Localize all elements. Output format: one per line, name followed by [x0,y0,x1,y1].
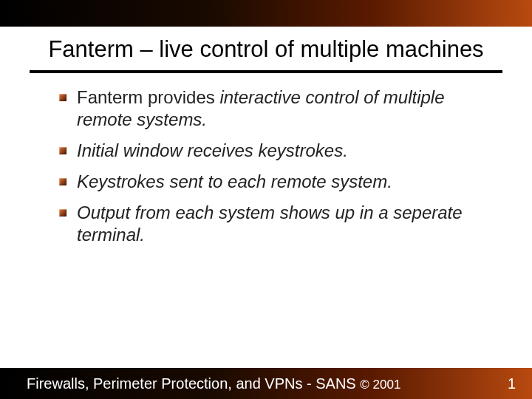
page-number: 1 [508,375,516,392]
bullet-text: Fanterm provides interactive control of … [77,86,488,131]
bullet-icon [59,147,66,154]
bullet-text: Keystrokes sent to each remote system. [77,171,392,193]
bullet-list: Fanterm provides interactive control of … [0,73,532,246]
list-item: Keystrokes sent to each remote system. [59,171,488,193]
footer-text: Firewalls, Perimeter Protection, and VPN… [27,375,400,392]
list-item: Fanterm provides interactive control of … [59,86,488,131]
title-block: Fanterm – live control of multiple machi… [0,27,532,67]
list-item: Output from each system shows up in a se… [59,202,488,246]
bullet-text: Output from each system shows up in a se… [77,202,488,246]
bullet-icon [59,94,66,101]
list-item: Initial window receives keystrokes. [59,140,488,162]
slide-title: Fanterm – live control of multiple machi… [30,35,502,63]
bullet-text: Initial window receives keystrokes. [77,140,348,162]
footer-bar: Firewalls, Perimeter Protection, and VPN… [0,368,532,399]
top-accent-bar [0,0,532,27]
bullet-icon [59,209,66,216]
bullet-icon [59,178,66,185]
